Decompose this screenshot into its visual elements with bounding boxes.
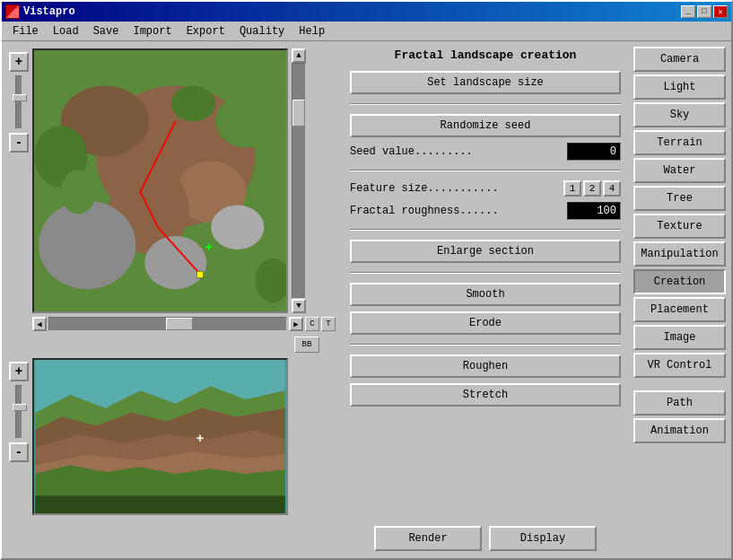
scroll-down-button[interactable]: ▼ (292, 299, 306, 313)
vertical-controls-2: + - (9, 358, 29, 515)
sky-button[interactable]: Sky (633, 102, 726, 127)
camera-button[interactable]: Camera (633, 47, 726, 72)
vertical-controls: + - (9, 48, 29, 313)
creation-button[interactable]: Creation (633, 269, 726, 294)
scroll-left-button[interactable]: ◀ (32, 317, 47, 331)
vertical-slider[interactable] (15, 75, 22, 129)
h-scrollbar-area: ◀ ▶ C T (32, 317, 336, 331)
separator-2 (350, 170, 621, 171)
zoom-plus-2-button[interactable]: + (9, 362, 29, 381)
right-panel: Camera Light Sky Terrain Water Tree Text… (628, 41, 731, 558)
minimize-button[interactable]: _ (681, 5, 695, 18)
crosshair-1: + (205, 241, 213, 255)
light-button[interactable]: Light (633, 74, 726, 100)
separator-3 (350, 229, 621, 231)
separator-1 (350, 103, 621, 105)
svg-point-11 (61, 170, 96, 214)
zoom-plus-button[interactable]: + (9, 52, 29, 72)
feature-btn-1[interactable]: 1 (563, 180, 581, 197)
stretch-button[interactable]: Stretch (350, 383, 621, 407)
3d-map-canvas: + (32, 358, 288, 515)
restore-button[interactable]: □ (697, 5, 711, 18)
tree-button[interactable]: Tree (633, 186, 726, 211)
3d-view-svg (34, 360, 286, 513)
svg-point-7 (211, 206, 264, 249)
separator-5 (350, 344, 621, 346)
vertical-slider-thumb (13, 94, 27, 101)
feature-btn-4[interactable]: 4 (603, 180, 621, 197)
v-scroll-thumb (292, 100, 305, 127)
window-title: Vistapro (23, 5, 75, 18)
c-button[interactable]: C (305, 317, 319, 331)
terrain-button[interactable]: Terrain (633, 130, 726, 155)
path-button[interactable]: Path (633, 390, 726, 416)
bottom-buttons: Render Display (350, 526, 621, 551)
v-scroll-track (292, 63, 306, 299)
vertical-slider-2-thumb (13, 404, 27, 411)
water-button[interactable]: Water (633, 158, 726, 183)
left-panel: + - (2, 41, 343, 558)
feature-buttons: 1 2 4 (563, 180, 621, 197)
title-bar: Vistapro _ □ ✕ (2, 2, 731, 22)
zoom-minus-2-button[interactable]: - (9, 442, 29, 462)
vertical-slider-2[interactable] (15, 385, 22, 439)
zoom-minus-button[interactable]: - (9, 133, 29, 153)
panel-title: Fractal landscape creation (350, 48, 621, 62)
feature-btn-2[interactable]: 2 (583, 180, 601, 197)
terrain-map-svg (34, 50, 286, 311)
seed-label: Seed value......... (350, 145, 563, 158)
feature-row: Feature size........... 1 2 4 (350, 180, 621, 197)
menu-export[interactable]: Export (179, 23, 232, 39)
main-window: Vistapro _ □ ✕ File Load Save Import Exp… (0, 0, 733, 560)
randomize-seed-button[interactable]: Randomize seed (350, 114, 621, 137)
h-scroll-track (48, 317, 287, 331)
texture-button[interactable]: Texture (633, 214, 726, 239)
title-bar-left: Vistapro (5, 4, 75, 19)
roughen-button[interactable]: Roughen (350, 354, 621, 378)
app-icon (5, 4, 20, 19)
enlarge-section-button[interactable]: Enlarge section (350, 240, 621, 263)
menubar: File Load Save Import Export Quality Hel… (2, 22, 731, 41)
scroll-up-button[interactable]: ▲ (292, 48, 306, 63)
top-map-canvas: + (32, 48, 288, 313)
right-spacer (633, 381, 726, 388)
svg-point-9 (215, 94, 277, 147)
roughness-row: Fractal roughness...... (350, 202, 621, 220)
vr-control-button[interactable]: VR Control (633, 353, 726, 378)
seed-input[interactable] (567, 143, 621, 161)
h-scroll-thumb (166, 318, 193, 330)
title-buttons: _ □ ✕ (681, 5, 728, 18)
menu-help[interactable]: Help (292, 23, 332, 39)
render-button[interactable]: Render (374, 526, 482, 551)
scroll-right-button[interactable]: ▶ (289, 317, 303, 331)
close-button[interactable]: ✕ (713, 5, 728, 18)
placement-button[interactable]: Placement (633, 297, 726, 322)
menu-file[interactable]: File (5, 23, 46, 39)
svg-point-5 (39, 201, 135, 290)
set-landscape-button[interactable]: Set landscape size (350, 71, 621, 94)
roughness-input[interactable] (567, 202, 621, 220)
crosshair-3d: + (196, 432, 204, 446)
seed-row: Seed value......... (350, 143, 621, 161)
t-button[interactable]: T (321, 317, 336, 331)
menu-load[interactable]: Load (46, 23, 86, 39)
top-map-area: + - (9, 48, 336, 313)
main-content: + - (2, 41, 731, 558)
center-panel: Fractal landscape creation Set landscape… (343, 41, 628, 558)
feature-label: Feature size........... (350, 182, 560, 195)
display-button[interactable]: Display (489, 526, 597, 551)
erode-button[interactable]: Erode (350, 311, 621, 335)
smooth-button[interactable]: Smooth (350, 283, 621, 306)
menu-import[interactable]: Import (126, 23, 179, 39)
manipulation-button[interactable]: Manipulation (633, 241, 726, 267)
bb-button[interactable]: BB (294, 337, 319, 353)
animation-button[interactable]: Animation (633, 418, 726, 443)
bottom-map-area: + - (9, 358, 336, 515)
svg-point-6 (144, 236, 206, 289)
image-button[interactable]: Image (633, 325, 726, 350)
menu-quality[interactable]: Quality (232, 23, 292, 39)
menu-save[interactable]: Save (86, 23, 127, 39)
right-scrollbar[interactable]: ▲ ▼ (292, 48, 306, 313)
bb-area: BB (9, 337, 319, 353)
roughness-label: Fractal roughness...... (350, 205, 563, 217)
